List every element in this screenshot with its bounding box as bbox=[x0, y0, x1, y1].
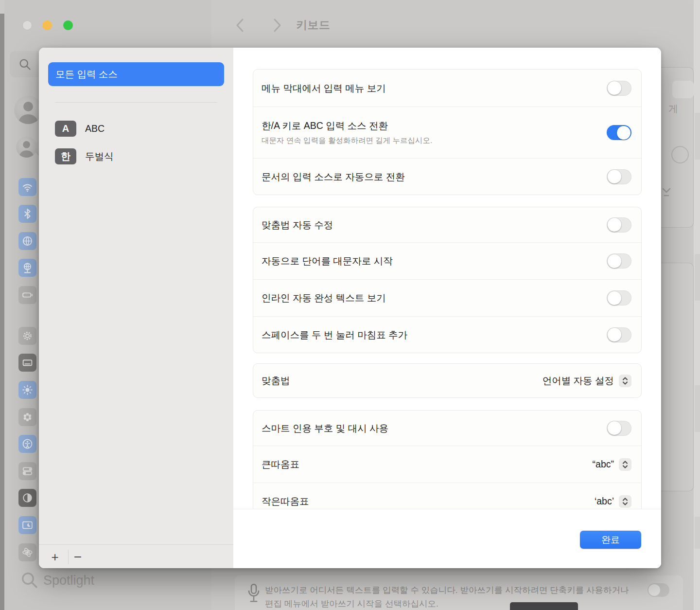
input-source-label: 두벌식 bbox=[85, 150, 114, 163]
setting-label: 자동으로 단어를 대문자로 시작 bbox=[262, 254, 607, 268]
keyboard-image-fragment bbox=[510, 602, 578, 610]
settings-row: 자동으로 단어를 대문자로 시작 bbox=[253, 242, 641, 279]
select-value: “abc” bbox=[593, 459, 614, 470]
minimize-button[interactable] bbox=[42, 20, 52, 30]
setting-label: 작은따옴표 bbox=[262, 495, 595, 508]
toggle-switch[interactable] bbox=[607, 125, 631, 140]
setting-label: 스마트 인용 부호 및 대시 사용 bbox=[262, 422, 607, 435]
setting-sublabel: 대문자 연속 입력을 활성화하려면 길게 누르십시오. bbox=[262, 136, 607, 146]
toggle-switch[interactable] bbox=[607, 327, 631, 342]
desktop-edge bbox=[0, 14, 4, 610]
dictation-section: 받아쓰기로 어디서든 텍스트를 입력할 수 있습니다. 받아쓰기를 시작하려면 … bbox=[235, 575, 683, 610]
dictation-toggle[interactable] bbox=[648, 583, 669, 597]
sheet-content: 메뉴 막대에서 입력 메뉴 보기한/A 키로 ABC 입력 소스 전환대문자 연… bbox=[233, 48, 661, 568]
network-icon[interactable] bbox=[18, 232, 36, 250]
setting-label: 문서의 입력 소스로 자동으로 전환 bbox=[262, 170, 607, 183]
select-stepper-icon[interactable] bbox=[619, 458, 631, 471]
setting-label: 맞춤법 bbox=[262, 374, 542, 387]
toggle-knob bbox=[608, 81, 621, 95]
vpn-icon[interactable] bbox=[18, 259, 36, 277]
select-stepper-icon[interactable] bbox=[619, 495, 631, 508]
forward-icon[interactable] bbox=[269, 18, 284, 33]
add-input-source-button[interactable]: + bbox=[45, 550, 65, 564]
setting-label: 인라인 자동 완성 텍스트 보기 bbox=[262, 291, 607, 305]
settings-row: 스마트 인용 부호 및 대시 사용 bbox=[253, 411, 641, 446]
toggle-switch[interactable] bbox=[607, 253, 631, 269]
setting-label: 큰따옴표 bbox=[262, 458, 593, 471]
setting-label: 메뉴 막대에서 입력 메뉴 보기 bbox=[262, 82, 607, 95]
microphone-icon bbox=[246, 581, 261, 606]
titlebar: 키보드 bbox=[4, 0, 694, 47]
user-avatar bbox=[14, 96, 42, 124]
toggle-knob bbox=[608, 170, 621, 183]
siri-icon[interactable] bbox=[18, 543, 36, 561]
settings-row: 문서의 입력 소스로 자동으로 전환 bbox=[253, 158, 641, 195]
toggle-knob bbox=[608, 328, 621, 341]
general-gear-icon[interactable] bbox=[18, 327, 36, 345]
page-title: 키보드 bbox=[296, 18, 331, 33]
back-icon[interactable] bbox=[233, 18, 248, 33]
select-stepper-icon[interactable] bbox=[619, 375, 631, 387]
sheet-sidebar: 모든 입력 소스 AABC한두벌식 + − bbox=[39, 48, 233, 568]
settings-row: 한/A 키로 ABC 입력 소스 전환대문자 연속 입력을 활성화하려면 길게 … bbox=[253, 107, 641, 158]
toggle-switch[interactable] bbox=[607, 81, 631, 96]
input-source-badge: 한 bbox=[55, 148, 76, 164]
sidebar-item-all-input-sources[interactable]: 모든 입력 소스 bbox=[48, 62, 224, 86]
input-source-row[interactable]: 한두벌식 bbox=[55, 148, 228, 164]
settings-groups: 메뉴 막대에서 입력 메뉴 보기한/A 키로 ABC 입력 소스 전환대문자 연… bbox=[233, 69, 661, 520]
select-value: 언어별 자동 설정 bbox=[542, 374, 614, 387]
toggle-knob bbox=[608, 218, 621, 232]
spotlight-icon bbox=[19, 570, 39, 590]
wallpaper-flower-icon[interactable] bbox=[18, 408, 36, 426]
select-value: ‘abc’ bbox=[595, 496, 614, 507]
zoom-button[interactable] bbox=[63, 20, 73, 30]
settings-row: 메뉴 막대에서 입력 메뉴 보기 bbox=[253, 70, 641, 107]
appearance-contrast-icon[interactable] bbox=[18, 489, 36, 507]
wifi-icon[interactable] bbox=[18, 178, 36, 196]
setting-label: 한/A 키로 ABC 입력 소스 전환 bbox=[262, 119, 607, 132]
input-source-badge: A bbox=[55, 121, 76, 137]
screen-saver-icon[interactable] bbox=[18, 516, 36, 534]
sidebar-bottom-divider bbox=[39, 544, 233, 545]
covered-chevron-fragment bbox=[662, 185, 671, 197]
done-button[interactable]: 완료 bbox=[580, 531, 641, 549]
close-button[interactable] bbox=[22, 20, 32, 30]
toggle-knob bbox=[608, 254, 621, 268]
toggle-knob bbox=[617, 126, 630, 140]
bluetooth-icon[interactable] bbox=[18, 205, 36, 223]
control-center-icon[interactable] bbox=[18, 462, 36, 480]
setting-label: 스페이스를 두 번 눌러 마침표 추가 bbox=[262, 328, 607, 341]
battery-icon[interactable] bbox=[18, 286, 36, 304]
settings-group: 메뉴 막대에서 입력 메뉴 보기한/A 키로 ABC 입력 소스 전환대문자 연… bbox=[253, 69, 642, 195]
settings-group: 맞춤법 자동 수정자동으로 단어를 대문자로 시작인라인 자동 완성 텍스트 보… bbox=[253, 207, 642, 353]
covered-key-tile bbox=[672, 81, 694, 98]
setting-label: 맞춤법 자동 수정 bbox=[262, 218, 607, 232]
sidebar-item-spotlight[interactable]: Spotlight bbox=[43, 573, 94, 588]
settings-row: 맞춤법 자동 수정 bbox=[253, 207, 641, 242]
toggle-switch[interactable] bbox=[607, 421, 631, 436]
accessibility-icon[interactable] bbox=[18, 435, 36, 453]
settings-row: 맞춤법언어별 자동 설정 bbox=[253, 364, 641, 397]
search-icon bbox=[18, 57, 32, 71]
desktop-right-strip bbox=[694, 0, 700, 610]
sidebar-divider bbox=[55, 102, 217, 103]
input-source-label: ABC bbox=[85, 123, 105, 134]
family-avatar bbox=[16, 137, 37, 158]
keyboard-icon[interactable] bbox=[18, 354, 36, 372]
settings-row: 스페이스를 두 번 눌러 마침표 추가 bbox=[253, 316, 641, 353]
remove-input-source-button[interactable]: − bbox=[68, 550, 88, 564]
settings-row: 큰따옴표“abc” bbox=[253, 446, 641, 483]
settings-group: 맞춤법언어별 자동 설정 bbox=[253, 363, 642, 398]
sheet-footer: 완료 bbox=[233, 509, 661, 568]
displays-sun-icon[interactable] bbox=[18, 381, 36, 399]
all-input-sources-label: 모든 입력 소스 bbox=[55, 68, 118, 81]
toggle-switch[interactable] bbox=[607, 217, 631, 233]
settings-group: 스마트 인용 부호 및 대시 사용큰따옴표“abc”작은따옴표‘abc’ bbox=[253, 410, 642, 520]
toggle-switch[interactable] bbox=[607, 290, 631, 305]
dictation-description: 받아쓰기로 어디서든 텍스트를 입력할 수 있습니다. 받아쓰기를 시작하려면 … bbox=[265, 583, 649, 610]
covered-text-fragment: 게 bbox=[668, 102, 678, 115]
input-source-row[interactable]: AABC bbox=[55, 120, 228, 137]
toggle-switch[interactable] bbox=[607, 169, 631, 184]
input-sources-sheet: 모든 입력 소스 AABC한두벌식 + − 메뉴 막대에서 입력 메뉴 보기한/… bbox=[39, 48, 661, 568]
toggle-knob bbox=[608, 421, 621, 435]
